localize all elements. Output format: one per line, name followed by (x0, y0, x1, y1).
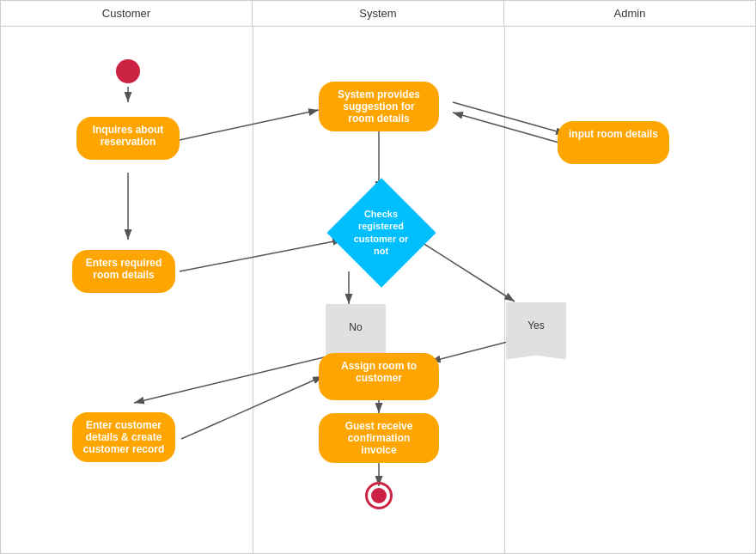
enters-room-label: Enters required room details (72, 250, 175, 293)
end-node (365, 482, 393, 509)
lane-divider-2 (504, 27, 505, 553)
system-provides-label: System provides suggestion for room deta… (319, 82, 439, 131)
inquires-label: Inquires about reservation (76, 117, 180, 160)
start-node (116, 59, 140, 83)
inquires-node: Inquires about reservation (70, 104, 186, 173)
no-doc-label: No (349, 321, 362, 333)
lane-header-system: System (253, 1, 504, 26)
lane-divider-1 (253, 27, 253, 553)
checks-label: Checks registered customer or not (347, 208, 416, 257)
end-circle-inner (371, 488, 387, 503)
checks-node: Checks registered customer or not (340, 192, 422, 273)
yes-doc-label: Yes (527, 320, 545, 332)
guest-receive-node: Guest receive confirmation invoice (319, 413, 439, 463)
guest-receive-label: Guest receive confirmation invoice (319, 413, 439, 463)
yes-doc-node: Yes (506, 300, 566, 351)
system-provides-node: System provides suggestion for room deta… (319, 76, 439, 137)
enters-room-node: Enters required room details (65, 240, 182, 303)
yes-doc-shape: Yes (506, 302, 566, 350)
enter-customer-node: Enter customer details & create customer… (65, 403, 182, 472)
diagram-container: Customer System Admin (0, 0, 756, 554)
no-doc-shape: No (326, 304, 386, 351)
assign-room-node: Assign room to customer (319, 353, 439, 400)
input-room-label: input room details (558, 121, 669, 164)
no-doc-node: No (326, 301, 386, 353)
enter-customer-label: Enter customer details & create customer… (72, 412, 175, 462)
lane-header-customer: Customer (1, 1, 253, 26)
start-circle (116, 59, 140, 83)
lane-header-admin: Admin (504, 1, 755, 26)
lanes-header: Customer System Admin (1, 1, 755, 27)
input-room-node: input room details (558, 121, 669, 164)
end-circle-outer (365, 482, 393, 509)
assign-room-label: Assign room to customer (319, 353, 439, 400)
